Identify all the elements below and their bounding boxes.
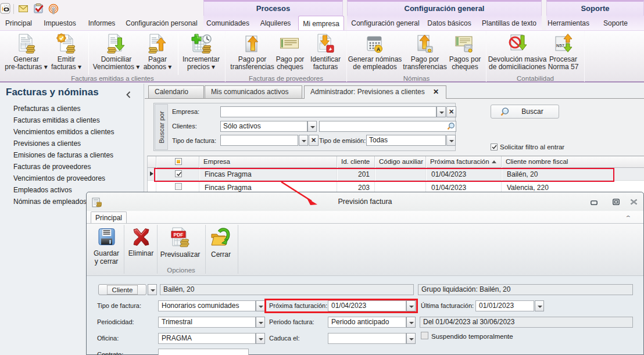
svg-text:N57: N57 xyxy=(556,43,564,48)
svg-text:PDF: PDF xyxy=(174,232,184,238)
svg-text:A: A xyxy=(377,46,381,52)
